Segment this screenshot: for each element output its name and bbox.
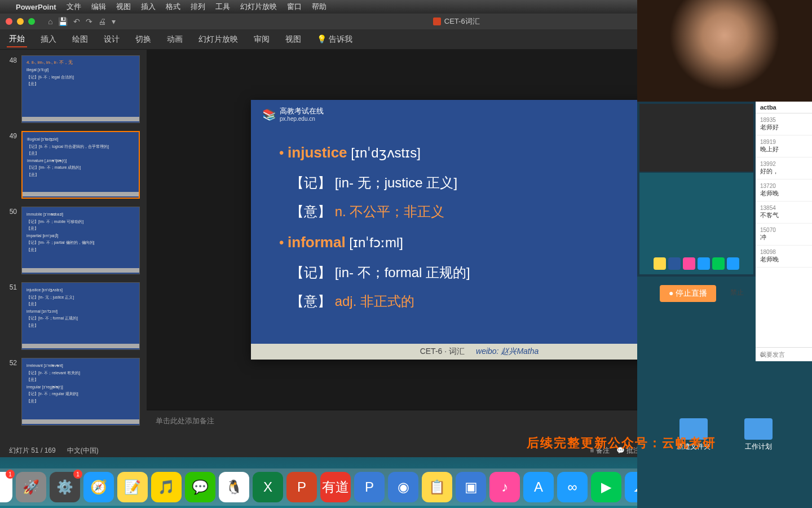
mini-ppt-preview (639, 104, 753, 172)
meaning-2: adj. 非正式的 (335, 294, 414, 309)
watermark-text: 后续完整更新公众号：云帆考研 (527, 435, 716, 452)
screen-share-preview (637, 102, 756, 277)
mini-app-icon (698, 257, 710, 270)
dock-excel[interactable]: X (253, 472, 283, 502)
menu-insert[interactable]: 插入 (141, 2, 156, 12)
dock-app2[interactable]: ∞ (557, 472, 588, 502)
mini-app-icon (727, 257, 739, 270)
word-1: injustice (288, 144, 347, 161)
dock-youdao[interactable]: 有道 (320, 472, 351, 502)
dropdown-icon[interactable]: ▾ (112, 17, 116, 26)
word-2: informal (288, 234, 346, 251)
menu-file[interactable]: 文件 (67, 2, 81, 12)
folder-icon (744, 418, 773, 440)
menu-slideshow[interactable]: 幻灯片放映 (240, 2, 277, 12)
thumbnail-slide[interactable]: immobile [ɪˈməʊbaɪl]【记】[im- 不；mobile 可移动… (21, 207, 140, 274)
thumbnail-slide[interactable]: irrelevant [ɪˈreləvənt]【记】[ir- 不；relevan… (21, 358, 140, 426)
dock-notes[interactable]: 📝 (117, 472, 148, 502)
dock-iqiyi[interactable]: ▶ (591, 472, 621, 502)
maximize-button[interactable] (28, 18, 35, 25)
mini-desktop-preview (639, 173, 753, 274)
chat-input-placeholder[interactable]: 我要发言 (760, 351, 785, 359)
print-icon[interactable]: 🖨 (98, 17, 106, 26)
thumbnail-row[interactable]: 49 illogical [ɪˈlɒdʒɪkl]【记】[il- 不；logica… (6, 131, 141, 199)
chat-panel: actba 18935老师好18919晚上好13992好的，13720老师晚13… (756, 102, 812, 361)
thumbnail-row[interactable]: 51 injustice [ɪnˈdʒʌstɪs]【记】[in- 无；justi… (6, 282, 141, 350)
home-icon[interactable]: ⌂ (48, 17, 52, 26)
dock-appstore[interactable]: A (523, 472, 554, 502)
memory-1: [in- 无；justice 正义] (335, 175, 457, 190)
dock-app-circle[interactable]: ◉ (388, 472, 418, 502)
book-icon: 📚 (262, 108, 276, 121)
tab-transitions[interactable]: 切换 (133, 32, 153, 47)
dock-settings[interactable]: ⚙️1 (50, 472, 80, 502)
minimize-button[interactable] (17, 18, 24, 25)
footer-weibo: weibo: 赵兴Matha (476, 347, 539, 357)
dock-launchpad[interactable]: 🚀 (16, 472, 46, 502)
close-button[interactable] (6, 18, 12, 25)
mini-app-icon (668, 257, 681, 270)
redo-icon[interactable]: ↷ (86, 17, 92, 26)
menu-tools[interactable]: 工具 (215, 2, 230, 12)
thumbnail-row[interactable]: 50 immobile [ɪˈməʊbaɪl]【记】[im- 不；mobile … (6, 207, 141, 274)
memory-label-2: 【记】 (290, 265, 331, 280)
bullet-icon: • (279, 235, 288, 250)
dock-qq[interactable]: 🐧 (219, 472, 249, 502)
tab-draw[interactable]: 绘图 (70, 32, 90, 47)
folder-2[interactable]: 工作计划 (744, 418, 773, 452)
chat-message: 18919晚上好 (756, 135, 812, 157)
thumbnail-row[interactable]: 48 4. il-, im-, in-, ir- 不，无 illegal [ɪˈ… (6, 55, 141, 123)
app-name[interactable]: PowerPoint (16, 3, 56, 11)
phonetic-2: [ɪnˈfɔːml] (349, 235, 403, 250)
thumbnail-slide[interactable]: 4. il-, im-, in-, ir- 不，无 illegal [ɪˈliː… (21, 55, 140, 123)
tab-animations[interactable]: 动画 (165, 32, 185, 47)
language-status[interactable]: 中文(中国) (67, 446, 99, 456)
menu-view[interactable]: 视图 (116, 2, 131, 12)
thumbnail-row[interactable]: 52 irrelevant [ɪˈreləvənt]【记】[ir- 不；rele… (6, 358, 141, 426)
dock-calendar[interactable]: 251 (0, 472, 12, 502)
menu-arrange[interactable]: 排列 (191, 2, 205, 12)
dock-safari[interactable]: 🧭 (83, 472, 114, 502)
tell-me[interactable]: 💡 告诉我 (315, 32, 355, 47)
dock-music[interactable]: 🎵 (151, 472, 182, 502)
thumbnail-slide[interactable]: illogical [ɪˈlɒdʒɪkl]【记】[il- 不；logical 符… (21, 131, 140, 199)
tab-design[interactable]: 设计 (102, 32, 122, 47)
thumb-number: 52 (6, 358, 17, 426)
meaning-label-1: 【意】 (290, 204, 331, 219)
logo-url: px.hep.edu.cn (280, 116, 324, 122)
dock-powerpoint[interactable]: P (286, 472, 317, 502)
chat-message: 18935老师好 (756, 113, 812, 135)
tab-review[interactable]: 审阅 (251, 32, 272, 47)
dock: 😃251🚀⚙️1🧭📝🎵💬🐧XP有道P◉📋▣♪A∞▶☁🗑 (0, 468, 696, 506)
dock-wechat[interactable]: 💬 (185, 472, 215, 502)
ban-label[interactable]: 禁止 (730, 288, 744, 297)
dock-area: 😃251🚀⚙️1🧭📝🎵💬🐧XP有道P◉📋▣♪A∞▶☁🗑 (0, 457, 637, 508)
webcam-main (637, 0, 812, 102)
tab-view[interactable]: 视图 (283, 32, 303, 47)
chat-message: 18098老师晚 (756, 246, 812, 268)
dock-badge: 1 (6, 470, 15, 479)
save-icon[interactable]: 💾 (58, 17, 68, 26)
meaning-1: n. 不公平；非正义 (335, 204, 445, 219)
chat-message: 15070冲 (756, 224, 812, 246)
tab-home[interactable]: 开始 (7, 32, 27, 47)
menu-help[interactable]: 帮助 (312, 2, 326, 12)
dock-itunes[interactable]: ♪ (489, 472, 520, 502)
menu-edit[interactable]: 编辑 (91, 2, 106, 12)
logo-title: 高教考试在线 (280, 107, 324, 116)
menu-window[interactable]: 窗口 (287, 2, 302, 12)
tab-insert[interactable]: 插入 (38, 32, 59, 47)
stop-stream-button[interactable]: ● 停止直播 (660, 285, 716, 302)
dock-stickies[interactable]: 📋 (422, 472, 452, 502)
dock-app1[interactable]: ▣ (456, 472, 486, 502)
thumbnail-panel[interactable]: 48 4. il-, im-, in-, ir- 不，无 illegal [ɪˈ… (0, 50, 147, 444)
chat-message: 13992好的， (756, 157, 812, 179)
tab-slideshow[interactable]: 幻灯片放映 (196, 32, 240, 47)
thumb-number: 48 (6, 55, 17, 123)
slide-counter: 幻灯片 51 / 169 (9, 446, 56, 456)
memory-2: [in- 不；formal 正规的] (335, 265, 470, 280)
thumbnail-slide[interactable]: injustice [ɪnˈdʒʌstɪs]【记】[in- 无；justice … (21, 282, 140, 350)
menu-format[interactable]: 格式 (166, 2, 180, 12)
undo-icon[interactable]: ↶ (73, 17, 80, 26)
dock-app-p[interactable]: P (354, 472, 385, 502)
